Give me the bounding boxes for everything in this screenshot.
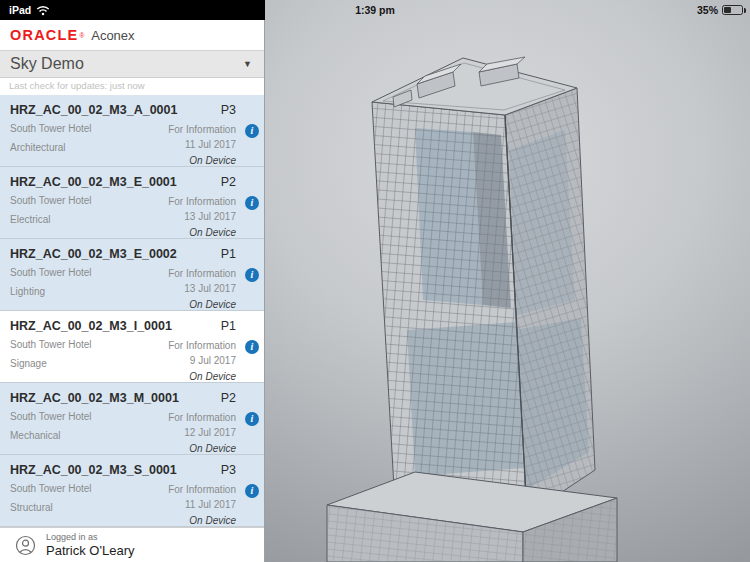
registered-mark: ® — [79, 32, 84, 39]
on-device-label: On Device — [189, 299, 236, 310]
status-bar: iPad 1:39 pm 35% — [0, 0, 750, 20]
account-footer[interactable]: Logged in as Patrick O'Leary — [0, 527, 264, 562]
oracle-logo-text: ORACLE — [10, 27, 78, 43]
on-device-label: On Device — [189, 227, 236, 238]
document-info: HRZ_AC_00_02_M3_E_0002 South Tower Hotel… — [10, 247, 168, 310]
user-name: Patrick O'Leary — [46, 543, 134, 558]
document-info: HRZ_AC_00_02_M3_E_0001 South Tower Hotel… — [10, 175, 168, 238]
document-discipline: Mechanical — [10, 430, 168, 441]
app-logo: ORACLE® Aconex — [0, 20, 264, 50]
battery-fill — [724, 7, 731, 13]
list-item[interactable]: HRZ_AC_00_02_M3_M_0001 South Tower Hotel… — [0, 383, 264, 455]
on-device-label: On Device — [189, 443, 236, 454]
document-location: South Tower Hotel — [10, 123, 168, 134]
document-status: For Information — [168, 268, 236, 279]
document-date: 11 Jul 2017 — [185, 499, 236, 510]
wifi-icon — [36, 5, 50, 16]
document-meta: P1 For Information 9 Jul 2017 On Device — [168, 319, 236, 382]
document-id: HRZ_AC_00_02_M3_M_0001 — [10, 391, 168, 405]
document-id: HRZ_AC_00_02_M3_A_0001 — [10, 103, 168, 117]
document-revision: P3 — [221, 463, 236, 477]
document-meta: P1 For Information 13 Jul 2017 On Device — [168, 247, 236, 310]
document-date: 9 Jul 2017 — [190, 355, 236, 366]
device-label: iPad — [9, 4, 31, 16]
app-screen: iPad 1:39 pm 35% ORACLE® Aconex Sky De — [0, 0, 750, 562]
document-info: HRZ_AC_00_02_M3_A_0001 South Tower Hotel… — [10, 103, 168, 166]
document-date: 13 Jul 2017 — [184, 211, 236, 222]
list-item[interactable]: HRZ_AC_00_02_M3_E_0001 South Tower Hotel… — [0, 167, 264, 239]
document-id: HRZ_AC_00_02_M3_E_0001 — [10, 175, 168, 189]
info-icon[interactable]: i — [245, 412, 259, 426]
person-icon — [15, 535, 36, 556]
battery-nub — [744, 8, 746, 13]
document-discipline: Structural — [10, 502, 168, 513]
document-meta: P3 For Information 11 Jul 2017 On Device — [168, 103, 236, 166]
account-info: Logged in as Patrick O'Leary — [46, 532, 134, 558]
document-revision: P2 — [221, 391, 236, 405]
list-item[interactable]: HRZ_AC_00_02_M3_A_0001 South Tower Hotel… — [0, 95, 264, 167]
document-status: For Information — [168, 196, 236, 207]
document-info: HRZ_AC_00_02_M3_I_0001 South Tower Hotel… — [10, 319, 168, 382]
list-item[interactable]: HRZ_AC_00_02_M3_S_0001 South Tower Hotel… — [0, 455, 264, 527]
document-id: HRZ_AC_00_02_M3_I_0001 — [10, 319, 168, 333]
document-discipline: Signage — [10, 358, 168, 369]
info-icon[interactable]: i — [245, 124, 259, 138]
battery-percent: 35% — [697, 4, 718, 16]
list-item[interactable]: HRZ_AC_00_02_M3_E_0002 South Tower Hotel… — [0, 239, 264, 311]
document-status: For Information — [168, 340, 236, 351]
info-icon[interactable]: i — [245, 484, 259, 498]
sidebar: ORACLE® Aconex Sky Demo ▼ Last check for… — [0, 0, 265, 562]
document-location: South Tower Hotel — [10, 195, 168, 206]
info-icon[interactable]: i — [245, 268, 259, 282]
document-meta: P3 For Information 11 Jul 2017 On Device — [168, 463, 236, 526]
document-revision: P1 — [221, 247, 236, 261]
document-location: South Tower Hotel — [10, 267, 168, 278]
on-device-label: On Device — [189, 515, 236, 526]
document-discipline: Lighting — [10, 286, 168, 297]
info-icon[interactable]: i — [245, 196, 259, 210]
document-location: South Tower Hotel — [10, 339, 168, 350]
document-list: HRZ_AC_00_02_M3_A_0001 South Tower Hotel… — [0, 95, 264, 527]
document-id: HRZ_AC_00_02_M3_E_0002 — [10, 247, 168, 261]
document-info: HRZ_AC_00_02_M3_M_0001 South Tower Hotel… — [10, 391, 168, 454]
product-name: Aconex — [91, 28, 134, 43]
battery-icon — [722, 5, 743, 15]
document-revision: P3 — [221, 103, 236, 117]
project-selector[interactable]: Sky Demo ▼ — [0, 50, 264, 78]
document-location: South Tower Hotel — [10, 483, 168, 494]
model-viewport[interactable] — [265, 0, 750, 562]
on-device-label: On Device — [189, 371, 236, 382]
chevron-down-icon: ▼ — [243, 59, 252, 69]
bim-model — [265, 0, 750, 562]
status-right: 35% — [697, 0, 743, 20]
document-discipline: Electrical — [10, 214, 168, 225]
document-date: 11 Jul 2017 — [185, 139, 236, 150]
document-info: HRZ_AC_00_02_M3_S_0001 South Tower Hotel… — [10, 463, 168, 526]
document-discipline: Architectural — [10, 142, 168, 153]
list-item-selected[interactable]: HRZ_AC_00_02_M3_I_0001 South Tower Hotel… — [0, 311, 264, 383]
document-id: HRZ_AC_00_02_M3_S_0001 — [10, 463, 168, 477]
document-revision: P2 — [221, 175, 236, 189]
document-meta: P2 For Information 13 Jul 2017 On Device — [168, 175, 236, 238]
document-revision: P1 — [221, 319, 236, 333]
document-status: For Information — [168, 484, 236, 495]
project-name: Sky Demo — [10, 55, 84, 73]
document-date: 12 Jul 2017 — [184, 427, 236, 438]
status-left: iPad — [0, 0, 265, 20]
logged-in-label: Logged in as — [46, 532, 134, 542]
document-meta: P2 For Information 12 Jul 2017 On Device — [168, 391, 236, 454]
document-date: 13 Jul 2017 — [184, 283, 236, 294]
update-status: Last check for updates: just now — [0, 78, 264, 95]
document-location: South Tower Hotel — [10, 411, 168, 422]
info-icon[interactable]: i — [245, 340, 259, 354]
document-status: For Information — [168, 412, 236, 423]
document-status: For Information — [168, 124, 236, 135]
on-device-label: On Device — [189, 155, 236, 166]
